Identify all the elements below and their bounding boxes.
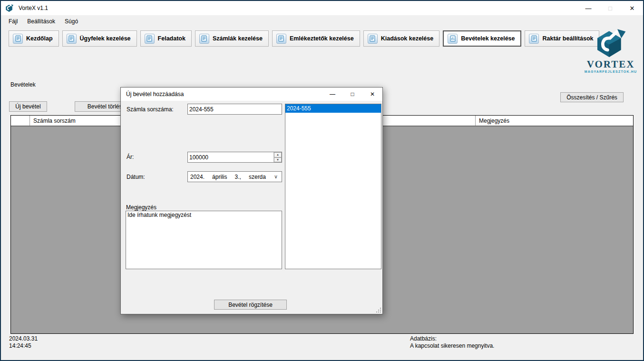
status-date: 2024.03.31	[9, 335, 38, 342]
expenses-icon	[368, 34, 378, 44]
price-stepper[interactable]: ▲ ▼	[187, 152, 282, 163]
summary-filter-button[interactable]: Összesítés / Szűrés	[560, 92, 624, 102]
warehouse-icon	[529, 34, 539, 44]
nav-label: Számlák kezelése	[213, 35, 263, 42]
incomes-icon	[448, 34, 458, 44]
date-year: 2024.	[190, 174, 205, 180]
dialog-titlebar[interactable]: Új bevétel hozzáadása — □ ✕	[121, 88, 382, 101]
nav-button-bevetelek[interactable]: Bevételek kezelése	[443, 30, 521, 47]
nav-button-szamlak[interactable]: Számlák kezelése	[195, 30, 269, 47]
menu-bar: Fájl Beállítások Súgó	[1, 15, 643, 28]
date-weekday: szerda	[249, 174, 266, 180]
invoice-number-label: Számla sorszáma:	[127, 106, 174, 113]
vortex-cube-icon	[595, 29, 626, 58]
dialog-title: Új bevétel hozzáadása	[126, 91, 184, 98]
note-textarea[interactable]: Ide írhatunk megjegyzést	[126, 211, 282, 269]
minimize-icon[interactable]: —	[577, 1, 599, 15]
database-label: Adatbázis:	[410, 335, 494, 342]
menu-item-sugo[interactable]: Súgó	[60, 16, 83, 27]
nav-button-feladatok[interactable]: Feladatok	[140, 30, 192, 47]
clients-icon	[67, 34, 77, 44]
nav-label: Kezdőlap	[26, 35, 53, 42]
window-title: VorteX v1.1	[19, 5, 48, 11]
logo-wordmark: VORTEX	[584, 59, 637, 69]
date-month: április	[212, 174, 227, 180]
note-label: Megjegyzés	[126, 204, 156, 211]
date-picker[interactable]: 2024. április 3., szerda ∨	[187, 171, 282, 182]
chevron-down-icon[interactable]: ∨	[273, 174, 279, 180]
maximize-icon: □	[599, 1, 621, 15]
status-bar: 2024.03.31 14:24:45 Adatbázis: A kapcsol…	[1, 334, 643, 360]
nav-button-ugyfelek[interactable]: Ügyfelek kezelése	[62, 30, 137, 47]
nav-label: Kiadások kezelése	[381, 35, 434, 42]
vortex-logo: VORTEX MAGYARFEJLESZTOK.HU	[584, 29, 637, 73]
main-window: VorteX v1.1 — □ ✕ Fájl Beállítások Súgó …	[0, 0, 644, 361]
database-status: A kapcsolat sikeresen megnyitva.	[410, 342, 494, 350]
menu-item-fajl[interactable]: Fájl	[4, 16, 22, 27]
invoices-icon	[199, 34, 209, 44]
status-time: 14:24:45	[9, 342, 38, 350]
list-item[interactable]: 2024-555	[285, 104, 381, 113]
nav-button-kezdolap[interactable]: Kezdőlap	[9, 30, 59, 47]
new-income-dialog: Új bevétel hozzáadása — □ ✕ Számla sorsz…	[120, 87, 383, 314]
nav-label: Emlékeztetők kezelése	[290, 35, 354, 42]
invoice-number-input[interactable]	[187, 104, 282, 115]
app-logo-icon	[5, 4, 14, 12]
date-label: Dátum:	[127, 174, 145, 180]
nav-label: Bevételek kezelése	[461, 35, 515, 42]
home-icon	[13, 34, 23, 44]
price-input[interactable]	[188, 152, 273, 162]
dialog-maximize-icon[interactable]: □	[342, 88, 362, 101]
reminders-icon	[276, 34, 286, 44]
nav-label: Feladatok	[158, 35, 185, 42]
save-income-button[interactable]: Bevétel rögzítése	[214, 300, 287, 310]
resize-grip[interactable]	[376, 308, 381, 312]
column-header-megjegyzes[interactable]: Megjegyzés	[476, 116, 633, 126]
dialog-close-icon[interactable]: ✕	[362, 88, 382, 101]
logo-subtitle: MAGYARFEJLESZTOK.HU	[584, 70, 637, 73]
price-spinner: ▲ ▼	[273, 152, 282, 162]
dialog-minimize-icon[interactable]: —	[322, 88, 342, 101]
nav-button-emlekeztetok[interactable]: Emlékeztetők kezelése	[272, 30, 360, 47]
close-icon[interactable]: ✕	[621, 1, 643, 15]
new-income-button[interactable]: Új bevétel	[9, 101, 47, 112]
spin-up-icon[interactable]: ▲	[274, 152, 282, 157]
row-header-cell	[11, 116, 30, 126]
price-label: Ár:	[127, 154, 134, 160]
nav-label: Ügyfelek kezelése	[80, 35, 131, 42]
tasks-icon	[145, 34, 155, 44]
main-toolbar: Kezdőlap Ügyfelek kezelése Feladatok Szá…	[1, 29, 643, 48]
invoices-listbox[interactable]: 2024-555	[285, 104, 381, 269]
nav-button-kiadasok[interactable]: Kiadások kezelése	[363, 30, 440, 47]
date-day: 3.,	[235, 174, 241, 180]
window-titlebar[interactable]: VorteX v1.1 — □ ✕	[1, 1, 643, 15]
section-title: Bevételek	[10, 81, 36, 88]
spin-down-icon[interactable]: ▼	[274, 157, 282, 163]
menu-item-beallitasok[interactable]: Beállítások	[22, 16, 60, 27]
